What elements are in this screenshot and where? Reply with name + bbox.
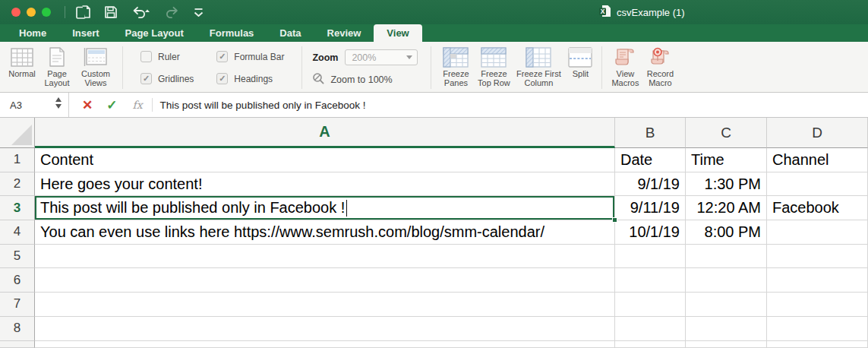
cell-A2[interactable]: Here goes your content! [35, 172, 615, 197]
normal-view-label: Normal [8, 69, 35, 78]
cell-B4[interactable]: 10/1/19 [615, 220, 686, 245]
cell-B6[interactable] [615, 268, 686, 293]
cell-D6[interactable] [767, 268, 868, 293]
cell-A9-partial[interactable] [35, 341, 615, 348]
zoom-label: Zoom [312, 52, 338, 63]
view-macros-label: View Macros [609, 69, 641, 87]
spreadsheet-grid: A B C D 1 Content Date Time Channel 2 He… [0, 118, 868, 348]
cell-C3[interactable]: 12:20 AM [686, 196, 767, 220]
confirm-entry-icon[interactable]: ✓ [106, 97, 117, 113]
stepper-up-icon [55, 97, 62, 102]
cell-C5[interactable] [686, 245, 767, 269]
cell-B1[interactable]: Date [615, 148, 686, 172]
cell-D8[interactable] [767, 317, 868, 341]
row-header-2[interactable]: 2 [0, 172, 35, 197]
row-header-6[interactable]: 6 [0, 268, 35, 293]
cancel-entry-icon[interactable]: ✕ [82, 97, 93, 113]
ruler-checkbox[interactable]: Ruler [140, 51, 194, 62]
row-header-1[interactable]: 1 [0, 148, 35, 172]
cell-C6[interactable] [686, 268, 767, 293]
freeze-panes-button[interactable]: Freeze Panes [437, 44, 475, 87]
cell-C7[interactable] [686, 293, 767, 317]
minimize-button[interactable] [27, 8, 36, 17]
row-header-3[interactable]: 3 [0, 196, 35, 220]
fill-handle[interactable] [612, 217, 617, 223]
record-macro-button[interactable]: Record Macro [642, 44, 677, 87]
cell-B2[interactable]: 9/1/19 [615, 172, 686, 197]
zoom-level-dropdown[interactable]: 200% [345, 49, 418, 65]
page-layout-view-label: Page Layout [41, 69, 73, 87]
cell-A6[interactable] [35, 268, 615, 293]
zoom-to-100-label: Zoom to 100% [330, 74, 392, 85]
row-header-8[interactable]: 8 [0, 317, 35, 341]
excel-doc-icon: X [598, 5, 611, 20]
cell-A8[interactable] [35, 317, 615, 341]
checkbox-icon [140, 51, 152, 62]
cell-A7[interactable] [35, 293, 615, 317]
page-layout-view-button[interactable]: Page Layout [39, 44, 74, 87]
cell-A4[interactable]: You can even use links here https://www.… [35, 220, 615, 245]
cell-C2[interactable]: 1:30 PM [686, 172, 767, 197]
custom-views-button[interactable]: Custom Views [74, 44, 117, 87]
tab-home[interactable]: Home [6, 24, 59, 42]
tab-page-layout[interactable]: Page Layout [112, 24, 197, 42]
cell-A3-selected[interactable]: This post will be published only in Face… [35, 196, 615, 220]
freeze-top-row-button[interactable]: Freeze Top Row [475, 44, 513, 87]
cell-A1[interactable]: Content [35, 148, 615, 172]
insert-function-icon[interactable]: fx [133, 99, 143, 111]
cell-C9-partial[interactable] [686, 341, 767, 348]
formula-input[interactable]: This post will be published only in Face… [160, 100, 366, 111]
name-box[interactable]: A3 [0, 93, 69, 117]
save-icon[interactable] [104, 5, 118, 19]
cell-B9-partial[interactable] [615, 341, 686, 348]
zoom-to-100-button[interactable]: Zoom to 100% [312, 72, 418, 87]
cell-C8[interactable] [686, 317, 767, 341]
cell-D3[interactable]: Facebook [767, 196, 868, 220]
close-button[interactable] [11, 8, 21, 17]
view-macros-button[interactable]: View Macros [608, 44, 642, 87]
row-header-9-partial[interactable] [0, 341, 35, 348]
cell-D1[interactable]: Channel [767, 148, 868, 172]
ruler-label: Ruler [158, 52, 180, 62]
cell-D9-partial[interactable] [767, 341, 868, 348]
row-header-4[interactable]: 4 [0, 220, 35, 245]
magnifier-icon [312, 72, 325, 87]
column-header-A[interactable]: A [35, 118, 615, 148]
view-macros-icon [614, 46, 636, 68]
cell-D5[interactable] [767, 245, 868, 269]
tab-review[interactable]: Review [314, 24, 374, 42]
cell-B7[interactable] [615, 293, 686, 317]
cell-B3[interactable]: 9/11/19 [615, 196, 686, 220]
split-button[interactable]: Split [564, 44, 596, 78]
new-workbook-icon[interactable] [76, 5, 91, 20]
column-header-C[interactable]: C [686, 118, 767, 148]
column-header-D[interactable]: D [767, 118, 868, 148]
row-header-5[interactable]: 5 [0, 245, 35, 269]
freeze-first-column-button[interactable]: Freeze First Column [513, 44, 564, 87]
tab-insert[interactable]: Insert [59, 24, 112, 42]
gridlines-checkbox[interactable]: ✓ Gridlines [140, 73, 194, 84]
cell-D2[interactable] [767, 172, 868, 197]
undo-icon[interactable] [131, 5, 152, 19]
tab-data[interactable]: Data [267, 24, 314, 42]
cell-B8[interactable] [615, 317, 686, 341]
tab-view[interactable]: View [374, 24, 421, 42]
ribbon-view: Normal Page Layout [0, 42, 868, 93]
formula-bar-checkbox[interactable]: ✓ Formula Bar [216, 51, 284, 62]
customize-toolbar-icon[interactable] [193, 7, 204, 18]
cell-C1[interactable]: Time [686, 148, 767, 172]
cell-C4[interactable]: 8:00 PM [686, 220, 767, 245]
checkbox-checked-icon: ✓ [140, 73, 152, 84]
select-all-corner[interactable] [0, 118, 35, 148]
cell-A5[interactable] [35, 245, 615, 269]
cell-D7[interactable] [767, 293, 868, 317]
headings-checkbox[interactable]: ✓ Headings [216, 73, 284, 84]
cell-B5[interactable] [615, 245, 686, 269]
normal-view-button[interactable]: Normal [5, 44, 39, 78]
column-header-B[interactable]: B [615, 118, 686, 148]
name-box-stepper[interactable] [55, 97, 62, 109]
fullscreen-button[interactable] [42, 8, 51, 17]
tab-formulas[interactable]: Formulas [197, 24, 267, 42]
cell-D4[interactable] [767, 220, 868, 245]
row-header-7[interactable]: 7 [0, 293, 35, 317]
